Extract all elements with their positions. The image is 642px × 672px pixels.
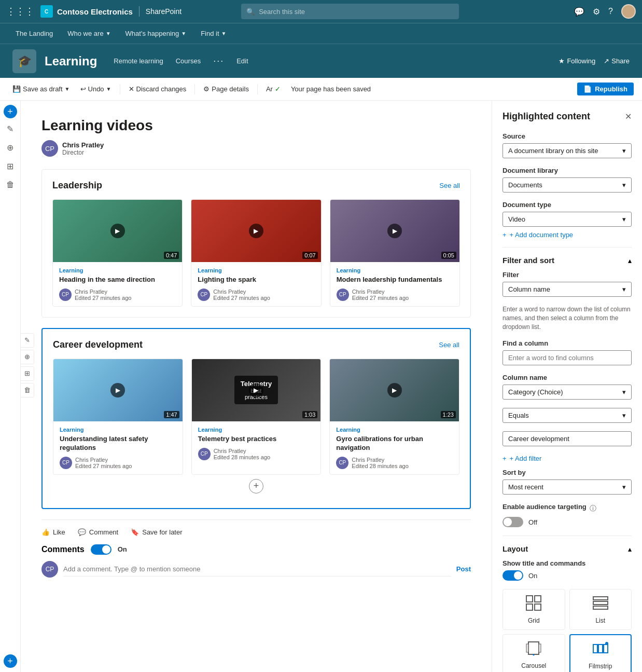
audience-targeting-toggle[interactable]	[503, 517, 523, 527]
settings-icon[interactable]: ⚙	[593, 7, 600, 17]
add-section-top-button[interactable]: +	[4, 105, 17, 118]
video-card: ▶ 1:47 Learning Understanding latest saf…	[53, 359, 183, 475]
delete-section-icon[interactable]: 🗑	[2, 176, 19, 193]
like-button[interactable]: 👍 Like	[41, 528, 65, 536]
delete-section-button[interactable]: 🗑	[21, 383, 34, 397]
video-thumbnail: ▶ 0:07	[191, 200, 320, 262]
page-right-actions: ★ Following ↗ Share	[559, 57, 630, 65]
play-button[interactable]: ▶	[249, 383, 263, 397]
nav-item-findit[interactable]: Find it ▼	[193, 23, 233, 44]
following-button[interactable]: ★ Following	[559, 57, 595, 65]
play-button[interactable]: ▶	[110, 383, 125, 397]
main-content-area: Learning videos CP Chris Pratley Directo…	[21, 101, 492, 672]
comment-button[interactable]: 💬 Comment	[78, 528, 118, 536]
layout-option-grid[interactable]: Grid	[503, 589, 565, 630]
career-video-grid: ▶ 1:47 Learning Understanding latest saf…	[53, 359, 459, 475]
show-title-toggle-row: On	[503, 570, 632, 581]
sort-by-value: Most recent	[508, 483, 543, 491]
video-card: ▶ 0:47 Learning Heading in the same dire…	[52, 199, 183, 307]
republish-button[interactable]: 📄 Republish	[577, 83, 634, 95]
move-section-button[interactable]: ⊕	[21, 350, 34, 364]
video-author-info: Chris Pratley Edited 27 minutes ago	[75, 457, 132, 469]
comments-section: Comments On CP Post	[41, 544, 471, 578]
play-button[interactable]: ▶	[387, 224, 402, 238]
document-library-dropdown[interactable]: Documents ▾	[503, 177, 632, 193]
play-button[interactable]: ▶	[249, 224, 263, 238]
save-for-later-button[interactable]: 🔖 Save for later	[131, 528, 182, 536]
video-card: ▶ 0:07 Learning Lighting the spark CP Ch…	[191, 199, 321, 307]
post-button[interactable]: Post	[456, 565, 471, 573]
nav-item-landing[interactable]: The Landing	[8, 23, 60, 44]
help-icon[interactable]: ?	[608, 7, 613, 16]
play-button[interactable]: ▶	[387, 383, 402, 397]
share-button[interactable]: ↗ Share	[604, 57, 630, 65]
svg-point-12	[533, 654, 535, 656]
column-name-row: Column name Category (Choice) ▾	[503, 374, 632, 400]
layout-option-filmstrip[interactable]: Filmstrip	[569, 634, 632, 672]
add-document-type-link[interactable]: + + Add document type	[503, 231, 632, 239]
column-name-value: Category (Choice)	[508, 388, 563, 396]
equals-dropdown[interactable]: Equals ▾	[503, 408, 632, 423]
filter-sort-header[interactable]: Filter and sort ▴	[503, 256, 632, 265]
video-info: Learning Telemetry best practices CP Chr…	[192, 421, 321, 465]
layout-option-carousel[interactable]: Carousel	[503, 634, 565, 672]
page-link-remote[interactable]: Remote learning	[114, 57, 163, 65]
page-link-courses[interactable]: Courses	[176, 57, 201, 65]
source-dropdown[interactable]: A document library on this site ▾	[503, 143, 632, 158]
brand-logo-icon: C	[40, 5, 53, 18]
filter-dropdown[interactable]: Column name ▾	[503, 282, 632, 297]
layout-header[interactable]: Layout ▴	[503, 544, 632, 553]
discard-changes-button[interactable]: ✕ Discard changes	[124, 83, 191, 95]
edit-section-button[interactable]: ✎	[21, 333, 34, 348]
carousel-layout-icon	[525, 640, 542, 659]
comment-input[interactable]	[63, 562, 451, 577]
copy-section-icon[interactable]: ⊞	[2, 158, 19, 174]
document-type-dropdown[interactable]: Video ▾	[503, 212, 632, 227]
video-author-name: Chris Pratley	[75, 289, 131, 295]
video-duration: 1:23	[441, 411, 456, 418]
plus-icon: +	[503, 231, 507, 239]
copy-section-button[interactable]: ⊞	[21, 366, 34, 381]
details-icon: ⚙	[203, 85, 210, 93]
undo-button[interactable]: ↩ Undo ▼	[76, 83, 116, 95]
video-author-row: CP Chris Pratley Edited 28 minutes ago	[336, 457, 453, 469]
nav-item-happening[interactable]: What's happening ▼	[118, 23, 194, 44]
show-title-toggle[interactable]	[503, 570, 523, 581]
page-title: Learning	[45, 54, 97, 68]
search-box[interactable]: 🔍 Search this site	[241, 4, 459, 19]
sort-by-dropdown[interactable]: Most recent ▾	[503, 479, 632, 495]
app-launcher-icon[interactable]: ⋮⋮⋮	[6, 6, 34, 17]
play-button[interactable]: ▶	[110, 224, 125, 238]
avatar[interactable]	[621, 4, 636, 19]
video-info: Learning Heading in the same direction C…	[53, 262, 182, 306]
author-info: Chris Pratley Director	[62, 141, 104, 156]
chevron-down-icon: ▾	[622, 147, 626, 155]
comments-header: Comments On	[41, 544, 471, 555]
svg-rect-5	[535, 604, 541, 610]
chevron-up-icon: ▴	[628, 545, 632, 553]
add-filter-link[interactable]: + + Add filter	[503, 455, 632, 462]
accessibility-button[interactable]: Ar ✓	[262, 83, 285, 95]
filter-value-input[interactable]	[503, 431, 632, 446]
carousel-label: Carousel	[521, 662, 546, 669]
column-name-dropdown[interactable]: Category (Choice) ▾	[503, 385, 632, 400]
page-link-edit[interactable]: Edit	[236, 57, 248, 65]
find-column-input[interactable]	[503, 350, 632, 365]
see-all-career[interactable]: See all	[439, 341, 459, 349]
add-webpart-icon[interactable]: ⊕	[2, 139, 19, 156]
bottom-section: 👍 Like 💬 Comment 🔖 Save for later Commen…	[41, 519, 471, 578]
page-link-more[interactable]: ···	[213, 56, 224, 66]
see-all-leadership[interactable]: See all	[439, 182, 460, 189]
notification-icon[interactable]: 💬	[574, 7, 584, 17]
nav-item-who[interactable]: Who we are ▼	[60, 23, 118, 44]
layout-option-list[interactable]: List	[569, 589, 632, 630]
video-title: Lighting the spark	[198, 276, 314, 284]
action-row: 👍 Like 💬 Comment 🔖 Save for later	[41, 528, 471, 536]
close-panel-button[interactable]: ✕	[625, 112, 632, 121]
page-details-button[interactable]: ⚙ Page details	[199, 83, 253, 95]
add-section-bottom-button[interactable]: +	[4, 654, 17, 668]
save-as-draft-button[interactable]: 💾 Save as draft ▼	[8, 83, 74, 95]
comments-toggle[interactable]	[91, 544, 111, 555]
add-row-button[interactable]: +	[249, 479, 263, 493]
edit-section-icon[interactable]: ✎	[2, 120, 19, 137]
